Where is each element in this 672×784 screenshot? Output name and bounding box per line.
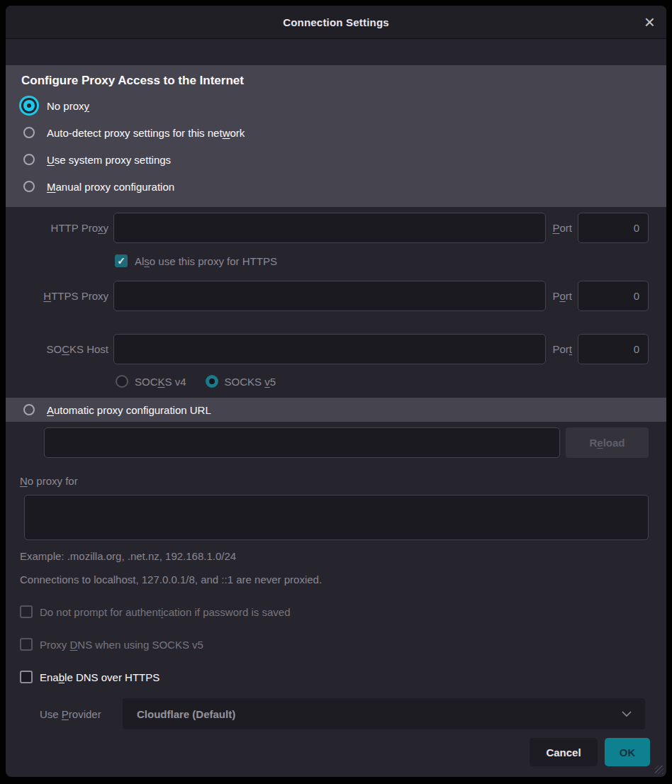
checkbox-unchecked-icon [20,671,33,683]
enable-doh-checkbox-row[interactable]: Enable DNS over HTTPS [20,670,666,684]
no-proxy-for-textarea[interactable] [24,495,649,540]
auto-url-label: Automatic proxy configuration URL [47,404,211,416]
also-https-checkbox-row[interactable]: ✓ Also use this proxy for HTTPS [115,254,666,268]
radio-system-proxy[interactable]: Use system proxy settings [20,146,652,173]
chevron-down-icon [621,710,632,717]
provider-select[interactable]: Cloudflare (Default) [123,698,645,729]
http-port-input[interactable] [578,213,649,243]
no-proxy-example-text: Example: .mozilla.org, .net.nz, 192.168.… [20,550,666,564]
proxy-dns-checkbox-row[interactable]: Proxy DNS when using SOCKS v5 [20,637,666,651]
https-proxy-label: HTTPS Proxy [20,290,113,302]
https-port-label: Port [552,290,572,302]
socks-host-label: SOCKS Host [20,343,113,355]
radio-no-proxy-label: No proxy [47,100,89,112]
socks-port-label: Port [552,343,572,355]
radio-socks-v4[interactable]: SOCKS v4 [116,375,186,388]
https-port-input[interactable] [578,281,649,311]
http-proxy-label: HTTP Proxy [20,222,113,234]
no-proxy-for-label: No proxy for [20,475,666,489]
radio-unselected-icon [23,154,35,165]
radio-unselected-icon [23,127,35,138]
socks-port-input[interactable] [578,334,649,364]
radio-auto-detect-label: Auto-detect proxy settings for this netw… [47,127,245,139]
socks-version-row: SOCKS v4 SOCKS v5 [116,373,666,390]
ok-button[interactable]: OK [605,738,650,766]
radio-manual-proxy-label: Manual proxy configuration [47,181,174,193]
checkbox-checked-icon: ✓ [115,254,128,267]
proxy-mode-panel: Configure Proxy Access to the Internet N… [6,65,666,207]
pac-url-row: Reload [44,427,649,458]
https-proxy-row: HTTPS Proxy Port [20,281,649,311]
http-proxy-input[interactable] [113,213,546,243]
use-provider-label: Use Provider [40,708,123,720]
no-prompt-auth-checkbox-row[interactable]: Do not prompt for authentication if pass… [20,605,666,619]
resize-gripper-icon[interactable] [655,766,663,774]
reload-button[interactable]: Reload [566,427,649,458]
radio-no-proxy[interactable]: No proxy [20,92,652,119]
pac-url-input[interactable] [44,427,560,458]
cancel-button[interactable]: Cancel [530,738,598,766]
radio-auto-detect[interactable]: Auto-detect proxy settings for this netw… [20,119,652,146]
https-proxy-input[interactable] [113,281,546,311]
provider-selected-value: Cloudflare (Default) [137,708,235,720]
no-prompt-auth-label: Do not prompt for authentication if pass… [40,606,291,618]
radio-manual-proxy[interactable]: Manual proxy configuration [20,173,652,200]
dialog-titlebar: Connection Settings × [6,6,666,39]
socks-host-input[interactable] [113,334,546,364]
checkbox-unchecked-icon [20,605,33,618]
radio-unselected-icon [23,404,35,415]
socks-v4-label: SOCKS v4 [135,376,186,388]
dialog-footer: Cancel OK [6,738,650,766]
socks-v5-label: SOCKS v5 [225,376,276,388]
radio-selected-icon [23,100,35,111]
page-title: Configure Proxy Access to the Internet [21,74,652,88]
top-spacer [6,39,666,65]
localhost-note-text: Connections to localhost, 127.0.0.1/8, a… [20,573,666,588]
radio-selected-icon [206,375,218,388]
socks-host-row: SOCKS Host Port [20,334,649,364]
radio-unselected-icon [23,181,35,192]
radio-auto-url[interactable]: Automatic proxy configuration URL [6,398,666,422]
http-proxy-row: HTTP Proxy Port [20,213,649,243]
enable-doh-label: Enable DNS over HTTPS [40,671,159,683]
radio-unselected-icon [116,375,128,388]
http-port-label: Port [552,222,572,234]
connection-settings-dialog: Connection Settings × Configure Proxy Ac… [6,6,666,777]
doh-provider-row: Use Provider Cloudflare (Default) [40,698,645,729]
radio-socks-v5[interactable]: SOCKS v5 [206,375,276,388]
also-https-label: Also use this proxy for HTTPS [135,255,277,267]
checkbox-unchecked-icon [20,638,33,651]
dialog-title: Connection Settings [283,16,389,28]
radio-system-proxy-label: Use system proxy settings [47,154,171,166]
close-icon[interactable]: × [644,13,655,31]
proxy-dns-label: Proxy DNS when using SOCKS v5 [40,639,203,651]
